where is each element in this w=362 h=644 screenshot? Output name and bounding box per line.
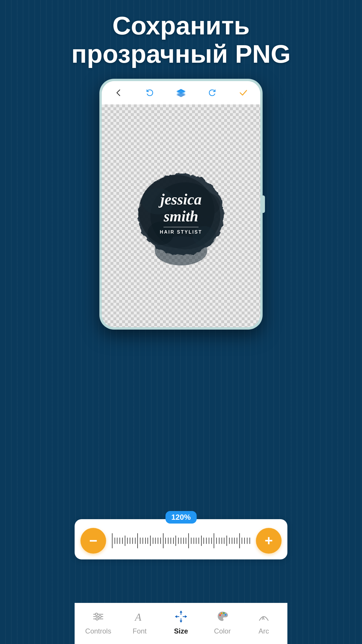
logo-divider <box>164 227 198 227</box>
tick-marks <box>111 533 251 548</box>
zoom-badge: 120% <box>166 511 197 524</box>
svg-text:A: A <box>134 611 142 623</box>
arc-label: Arc <box>259 627 269 635</box>
phone-side-button <box>261 195 265 213</box>
bottom-nav: Controls A Font Size <box>75 603 287 644</box>
undo-button[interactable] <box>143 86 156 99</box>
slider-track[interactable] <box>111 529 251 552</box>
page-title: Сохранить прозрачный PNG <box>0 12 362 68</box>
tab-font[interactable]: A Font <box>122 609 157 635</box>
font-icon: A <box>132 609 147 624</box>
size-icon <box>173 609 189 624</box>
logo-container: jessica smith HAIR STYLIST <box>131 166 231 265</box>
slider-row: − + <box>75 528 287 554</box>
zoom-minus-button[interactable]: − <box>80 528 106 554</box>
svg-point-22 <box>219 614 221 616</box>
tab-arc[interactable]: A Arc <box>246 609 281 635</box>
font-label: Font <box>133 627 147 635</box>
phone-mockup: jessica smith HAIR STYLIST <box>99 79 263 330</box>
arc-icon: A <box>256 609 271 624</box>
redo-button[interactable] <box>206 86 219 99</box>
canvas-area: jessica smith HAIR STYLIST <box>102 104 260 327</box>
tab-size[interactable]: Size <box>164 609 198 635</box>
color-label: Color <box>214 627 231 635</box>
logo-subtitle: HAIR STYLIST <box>160 230 202 235</box>
svg-point-15 <box>99 615 101 618</box>
controls-label: Controls <box>85 627 111 635</box>
phone-inner: jessica smith HAIR STYLIST <box>102 81 260 327</box>
confirm-button[interactable] <box>237 86 250 99</box>
controls-icon <box>91 609 106 624</box>
back-button[interactable] <box>112 86 125 99</box>
svg-point-16 <box>96 618 98 620</box>
logo-text: jessica smith HAIR STYLIST <box>160 191 202 235</box>
logo-name-line2: smith <box>160 208 202 225</box>
size-label: Size <box>174 627 188 635</box>
slider-section: 120% − + <box>75 519 287 559</box>
zoom-plus-button[interactable]: + <box>256 528 282 554</box>
phone-toolbar <box>102 81 260 104</box>
svg-point-14 <box>95 613 98 615</box>
layers-button[interactable] <box>175 86 187 99</box>
svg-point-24 <box>223 612 225 614</box>
svg-text:A: A <box>262 616 265 621</box>
tab-color[interactable]: Color <box>205 609 240 635</box>
logo-name-line1: jessica <box>160 191 202 208</box>
tab-controls[interactable]: Controls <box>81 609 116 635</box>
svg-point-25 <box>225 614 226 616</box>
svg-point-23 <box>221 612 222 614</box>
color-icon <box>215 609 230 624</box>
